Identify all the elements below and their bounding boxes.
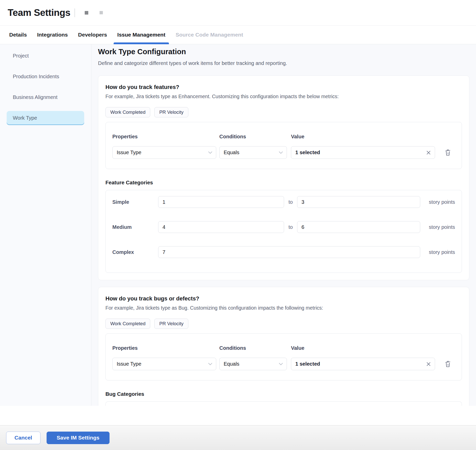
header-mini-icon-1 [85,11,88,15]
category-row-complex: Complex story points [112,246,455,258]
value-label: Value [291,133,435,140]
footer-action-bar: Cancel Save IM Settings [0,425,476,450]
features-metric-tags: Work Completed PR Velocity [105,107,462,117]
tab-issue-management[interactable]: Issue Management [114,26,169,44]
trash-icon [445,361,451,368]
chevron-down-icon [279,151,283,154]
value-multiselect[interactable]: 1 selected [291,358,435,370]
medium-to-input[interactable] [297,221,420,233]
settings-tab-bar: Details Integrations Developers Issue Ma… [0,26,476,44]
issue-management-sidebar: Project Production Incidents Business Al… [0,44,91,406]
clear-selection-icon[interactable] [426,150,431,155]
rule-column-properties: Properties Issue Type [112,345,216,370]
features-card: How do you track features? For example, … [98,75,469,280]
rule-column-conditions: Conditions Equals [219,133,287,159]
bugs-metric-tags: Work Completed PR Velocity [105,319,462,329]
features-rule-panel: Properties Issue Type Conditions Equals [105,122,462,169]
rule-column-value: Value 1 selected [291,345,435,370]
rule-column-conditions: Conditions Equals [219,345,287,370]
tab-developers[interactable]: Developers [74,26,111,44]
chevron-down-icon [279,363,283,365]
work-type-main: Work Type Configuration Define and categ… [91,44,476,406]
metric-tag-work-completed: Work Completed [105,319,150,329]
sidebar-item-work-type[interactable]: Work Type [7,111,84,125]
footer-spacer [0,406,476,425]
conditions-label: Conditions [219,345,287,351]
delete-rule-button[interactable] [445,146,451,159]
medium-from-input[interactable] [158,221,284,233]
category-label: Medium [112,224,158,230]
metric-tag-pr-velocity: PR Velocity [154,319,188,329]
property-select[interactable]: Issue Type [112,146,216,159]
property-select-value: Issue Type [117,150,141,155]
value-selected-count: 1 selected [295,150,320,155]
sidebar-item-production-incidents[interactable]: Production Incidents [7,70,84,84]
features-description: For example, Jira tickets type as Enhanc… [105,94,462,99]
story-points-label: story points [429,249,455,255]
condition-select-value: Equals [224,150,239,155]
bugs-rule-panel: Properties Issue Type Conditions Equals [105,333,462,380]
bugs-question: How do you track bugs or defects? [105,295,462,302]
value-label: Value [291,345,435,351]
save-im-settings-button[interactable]: Save IM Settings [47,432,110,444]
simple-from-input[interactable] [158,196,284,208]
page-title: Work Type Configuration [98,48,469,56]
sidebar-item-business-alignment[interactable]: Business Alignment [7,90,84,104]
value-selected-count: 1 selected [295,361,320,367]
feature-categories-panel: Simple to story points Medium to story p… [105,190,462,273]
features-question: How do you track features? [105,84,462,91]
cancel-button[interactable]: Cancel [6,432,40,444]
category-label: Simple [112,199,158,205]
header-mini-icon-2 [100,11,103,14]
properties-label: Properties [112,345,216,351]
value-multiselect[interactable]: 1 selected [291,146,435,159]
title-divider [74,8,75,17]
condition-select-value: Equals [224,361,239,367]
story-points-label: story points [429,199,455,205]
rule-column-value: Value 1 selected [291,133,435,159]
condition-select[interactable]: Equals [219,358,287,370]
trash-icon [445,149,451,156]
rule-column-properties: Properties Issue Type [112,133,216,159]
app-header: Team Settings [0,0,476,26]
conditions-label: Conditions [219,133,287,140]
page-subtitle: Define and categorize different types of… [98,60,469,66]
feature-categories-title: Feature Categories [105,179,462,186]
to-label: to [284,199,297,205]
page-heading: Team Settings [8,7,70,18]
tab-details[interactable]: Details [6,26,30,44]
condition-select[interactable]: Equals [219,146,287,159]
to-label: to [284,224,297,230]
bugs-description: For example, Jira tickets type as Bug. C… [105,305,462,311]
bugs-card: How do you track bugs or defects? For ex… [98,287,469,406]
bug-categories-title: Bug Categories [105,391,462,397]
metric-tag-pr-velocity: PR Velocity [154,107,188,117]
bug-categories-panel-partial [105,401,462,406]
delete-rule-button[interactable] [445,358,451,370]
property-select-value: Issue Type [117,361,141,367]
chevron-down-icon [208,151,212,154]
tab-source-code-management[interactable]: Source Code Management [172,26,247,44]
properties-label: Properties [112,133,216,140]
story-points-label: story points [429,224,455,230]
category-label: Complex [112,249,158,255]
tab-integrations[interactable]: Integrations [34,26,71,44]
settings-body: Project Production Incidents Business Al… [0,44,476,406]
sidebar-item-project[interactable]: Project [7,49,84,63]
simple-to-input[interactable] [297,196,420,208]
chevron-down-icon [208,363,212,365]
category-row-medium: Medium to story points [112,221,455,233]
property-select[interactable]: Issue Type [112,358,216,370]
clear-selection-icon[interactable] [426,362,431,366]
metric-tag-work-completed: Work Completed [105,107,150,117]
category-row-simple: Simple to story points [112,196,455,208]
complex-from-input[interactable] [158,246,420,258]
